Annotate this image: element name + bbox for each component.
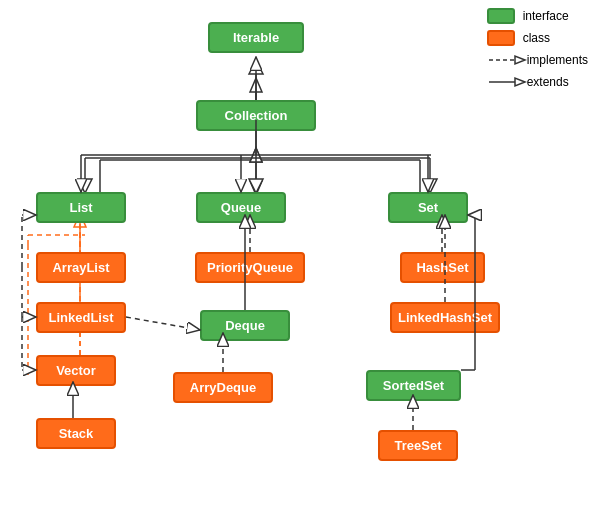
legend-implements: implements	[487, 52, 588, 68]
legend: interface class implements extends	[487, 8, 588, 96]
svg-line-52	[126, 317, 200, 330]
node-hashset: HashSet	[400, 252, 485, 283]
node-sortedset: SortedSet	[366, 370, 461, 401]
node-priorityqueue: PriorityQueue	[195, 252, 305, 283]
legend-extends-label: extends	[527, 75, 569, 89]
svg-marker-33	[515, 78, 525, 86]
node-linkedhashset: LinkedHashSet	[390, 302, 500, 333]
legend-interface: interface	[487, 8, 588, 24]
legend-interface-box	[487, 8, 515, 24]
legend-implements-arrow	[487, 52, 527, 68]
legend-class-label: class	[523, 31, 550, 45]
main-diagram: interface class implements extends	[0, 0, 600, 522]
node-vector: Vector	[36, 355, 116, 386]
node-queue: Queue	[196, 192, 286, 223]
node-collection: Collection	[196, 100, 316, 131]
legend-interface-label: interface	[523, 9, 569, 23]
legend-extends: extends	[487, 74, 588, 90]
node-treeset: TreeSet	[378, 430, 458, 461]
node-list: List	[36, 192, 126, 223]
node-set: Set	[388, 192, 468, 223]
node-arraylist: ArrayList	[36, 252, 126, 283]
node-stack: Stack	[36, 418, 116, 449]
legend-class: class	[487, 30, 588, 46]
legend-class-box	[487, 30, 515, 46]
node-iterable: Iterable	[208, 22, 304, 53]
diagram-container: interface class implements extends	[0, 0, 600, 522]
legend-extends-arrow	[487, 74, 527, 90]
node-deque: Deque	[200, 310, 290, 341]
legend-implements-label: implements	[527, 53, 588, 67]
svg-marker-31	[515, 56, 525, 64]
node-linkedlist: LinkedList	[36, 302, 126, 333]
node-arrydeque: ArryDeque	[173, 372, 273, 403]
